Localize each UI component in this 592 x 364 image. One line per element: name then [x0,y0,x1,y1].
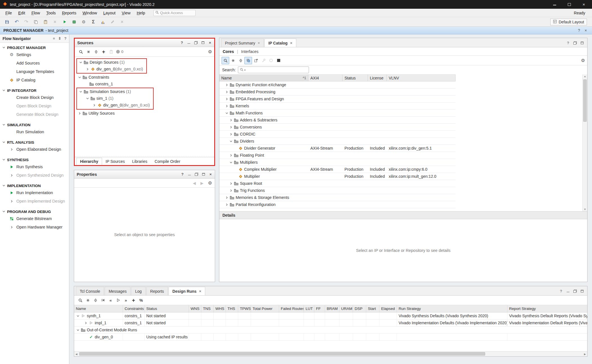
sources-tab-ip-sources[interactable]: IP Sources [102,158,129,165]
chevron-right-icon[interactable] [224,83,229,86]
column-header-total-power[interactable]: Total Power [251,305,279,312]
column-header-bram[interactable]: BRAM [325,305,339,312]
column-header-status[interactable]: Status [343,75,368,81]
sources-tab-libraries[interactable]: Libraries [129,158,151,165]
column-header-ths[interactable]: THS [226,305,238,312]
ip-row-divider-generator[interactable]: Divider Generator AXI4-Stream Production… [219,145,456,152]
column-header-tns[interactable]: TNS [201,305,214,312]
column-header-name[interactable]: Name^1 [219,75,308,81]
ip-search-input[interactable]: ▾ [238,66,309,73]
flow-item-open-synthesized-design[interactable]: Open Synthesized Design [0,171,69,179]
sources-tab-compile-order[interactable]: Compile Order [151,158,184,165]
column-header-start[interactable]: Start [366,305,379,312]
chevron-down-icon[interactable] [224,112,229,115]
minimize-icon[interactable] [566,290,570,292]
gear-icon[interactable]: ⚙ [581,58,585,63]
group-by-category-icon[interactable] [244,57,252,64]
tab-design-runs[interactable]: Design Runs× [169,287,205,295]
delete-icon[interactable]: × [50,18,60,26]
close-icon[interactable]: × [209,172,212,176]
ip-row-dividers[interactable]: Dividers [219,138,456,145]
float-icon[interactable] [195,173,198,176]
flow-section-header-implementation[interactable]: IMPLEMENTATION [0,183,69,188]
copy-icon[interactable] [31,18,41,26]
column-header-dsp[interactable]: DSP [353,305,366,312]
step-forward-icon[interactable]: » [122,297,130,304]
column-header-whs[interactable]: WHS [214,305,226,312]
flow-item-generate-block-design[interactable]: Generate Block Design [0,110,69,119]
column-header-vlnv[interactable]: VLNV [387,75,456,81]
search-icon[interactable] [77,48,85,56]
chevron-down-icon[interactable] [77,76,82,79]
save-icon[interactable] [2,18,12,26]
menu-edit[interactable]: Edit [15,10,28,16]
close-icon[interactable]: × [290,41,292,45]
paste-icon[interactable] [41,18,50,26]
flow-item-open-block-design[interactable]: Open Block Design [0,102,69,110]
chevron-right-icon[interactable] [228,119,233,122]
run-icon[interactable] [60,18,69,26]
ip-row-complex-multiplier[interactable]: Complex Multiplier AXI4-Stream Productio… [219,166,456,173]
flow-item-settings[interactable]: ⚙ Settings [0,50,69,59]
ip-row-multiplier[interactable]: Multiplier Production Included xilinx.co… [219,173,456,180]
ip-row-adders-subtracters[interactable]: Adders & Subtracters [219,117,456,124]
chevron-right-icon[interactable] [92,104,97,107]
add-sources-icon[interactable]: + [100,48,107,56]
help-icon[interactable]: ? [559,289,563,293]
detach-icon[interactable] [252,57,260,64]
run-row-out-of-context-module-runs[interactable]: Out-of-Context Module Runs [74,327,587,334]
gear-icon[interactable]: ⚙ [208,49,212,54]
scroll-left-icon[interactable]: ◀ [74,352,79,356]
flow-item-open-hardware-manager[interactable]: Open Hardware Manager [0,223,69,231]
help-icon[interactable]: ? [64,36,67,41]
step-back-icon[interactable]: « [107,297,114,304]
maximize-icon[interactable] [201,41,205,44]
search-icon[interactable] [222,57,229,64]
chevron-down-icon[interactable] [75,314,80,318]
menu-window[interactable]: Window [79,10,100,16]
help-icon[interactable]: ? [181,172,184,176]
scroll-up-icon[interactable]: ▲ [583,74,587,78]
ip-row-math-functions[interactable]: Math Functions [219,110,456,117]
column-header-failed-routes[interactable]: Failed Routes [279,305,304,312]
tab-ip-catalog[interactable]: IP Catalog× [264,39,296,47]
flow-item-create-block-design[interactable]: Create Block Design [0,93,69,102]
vertical-scrollbar[interactable]: ▲ ▼ [582,74,587,211]
ip-row-square-root[interactable]: Square Root [219,180,456,187]
close-icon[interactable]: × [208,41,212,45]
chevron-right-icon[interactable] [224,90,229,94]
tab-log[interactable]: Log [131,287,145,295]
source-node-simulation-sources[interactable]: Simulation Sources(1) [77,88,150,95]
minimize-icon[interactable] [187,42,191,44]
ip-row-floating-point[interactable]: Floating Point [219,152,456,159]
source-node-constrs-1[interactable]: constrs_1 [76,81,214,87]
help-icon[interactable]: ? [180,41,184,45]
chevron-right-icon[interactable] [228,189,233,192]
refresh-icon[interactable] [267,57,275,64]
run-row-impl-1[interactable]: impl_1 constrs_1 Not started Vivado Impl… [74,319,587,327]
report-sum-icon[interactable]: Σ [89,18,98,26]
chevron-right-icon[interactable] [228,182,233,185]
chevron-right-icon[interactable] [228,126,233,129]
flow-item-open-elaborated-design[interactable]: Open Elaborated Design [0,145,69,154]
percent-icon[interactable]: % [137,297,145,304]
window-maximize-button[interactable] [567,2,572,7]
chevron-down-icon[interactable] [228,140,233,143]
chevron-down-icon[interactable] [228,161,233,164]
ip-row-conversions[interactable]: Conversions [219,124,456,131]
column-header-status[interactable]: Status [145,305,189,312]
chevron-right-icon[interactable] [224,105,229,108]
ip-row-trig-functions[interactable]: Trig Functions [219,187,456,194]
menu-view[interactable]: View [119,10,134,16]
report-chart-icon[interactable] [98,18,108,26]
float-icon[interactable] [573,290,577,293]
chevron-down-icon[interactable] [85,97,90,100]
flow-item-generate-bitstream[interactable]: Generate Bitstream [0,214,69,223]
menu-tools[interactable]: Tools [43,10,59,16]
flow-item-ip-catalog[interactable]: IP Catalog [0,76,69,84]
column-header-lut[interactable]: LUT [304,305,314,312]
column-header-name[interactable]: Name [74,305,123,312]
stop-icon[interactable] [275,57,282,64]
chevron-right-icon[interactable] [228,154,233,157]
tab-messages[interactable]: Messages [105,287,131,295]
